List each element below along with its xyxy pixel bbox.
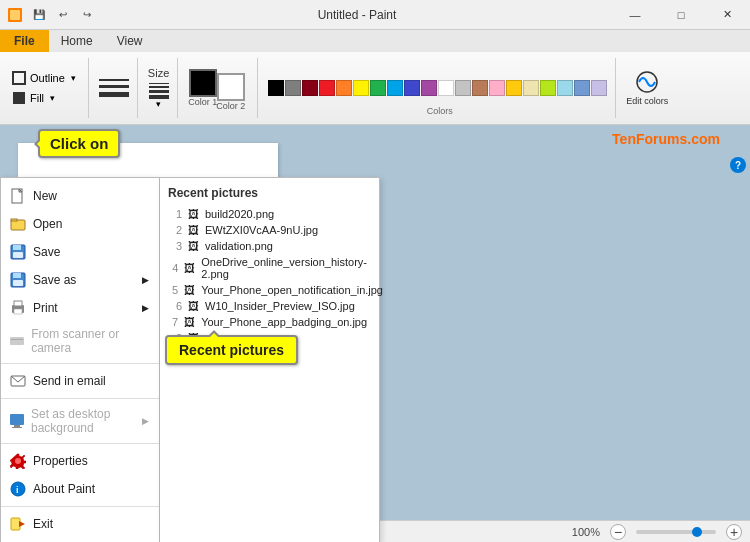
- menu-item-desktop-bg: Set as desktop background ▶: [1, 402, 159, 440]
- quick-access-toolbar: 💾 ↩ ↪: [0, 4, 102, 26]
- menu-item-save-label: Save: [33, 245, 60, 259]
- menu-item-new-label: New: [33, 189, 57, 203]
- recent-picture-item[interactable]: 6 🖼 W10_Insider_Preview_ISO.jpg: [168, 298, 371, 314]
- properties-icon: [9, 452, 27, 470]
- menu-item-about-label: About Paint: [33, 482, 95, 496]
- color-swatch[interactable]: [268, 80, 284, 96]
- color2-box[interactable]: [217, 73, 245, 101]
- watermark: TenForums.com: [612, 131, 720, 147]
- menu-item-exit[interactable]: Exit: [1, 510, 159, 538]
- line-style-1[interactable]: [99, 79, 129, 81]
- svg-rect-1: [10, 10, 20, 20]
- recent-picture-item[interactable]: 5 🖼 Your_Phone_open_notification_in.jpg: [168, 282, 371, 298]
- recent-pictures-title: Recent pictures: [168, 186, 371, 200]
- menu-item-scanner-label: From scanner or camera: [31, 327, 149, 355]
- window-controls: — □ ✕: [612, 0, 750, 29]
- menu-item-properties-label: Properties: [33, 454, 88, 468]
- color-swatch[interactable]: [557, 80, 573, 96]
- recent-picture-item[interactable]: 4 🖼 OneDrive_online_version_history-2.pn…: [168, 254, 371, 282]
- home-tab[interactable]: Home: [49, 30, 105, 52]
- help-button[interactable]: ?: [730, 157, 746, 173]
- line-style-3[interactable]: [99, 92, 129, 97]
- colors-label: Colors: [427, 106, 453, 116]
- color-swatch[interactable]: [285, 80, 301, 96]
- svg-marker-27: [19, 521, 25, 527]
- save-qat-button[interactable]: 💾: [28, 4, 50, 26]
- color-swatch[interactable]: [404, 80, 420, 96]
- email-icon: [9, 372, 27, 390]
- scanner-icon: [9, 332, 25, 350]
- color1-box[interactable]: [189, 69, 217, 97]
- color-swatch[interactable]: [387, 80, 403, 96]
- recent-picture-item[interactable]: 2 🖼 EWtZXI0VcAA-9nU.jpg: [168, 222, 371, 238]
- menu-item-print-label: Print: [33, 301, 58, 315]
- menu-item-scanner: From scanner or camera: [1, 322, 159, 360]
- recent-picture-item[interactable]: 7 🖼 Your_Phone_app_badging_on.jpg: [168, 314, 371, 330]
- zoom-percent: 100%: [572, 526, 600, 538]
- color-swatch[interactable]: [302, 80, 318, 96]
- color-swatch[interactable]: [421, 80, 437, 96]
- color-swatch[interactable]: [438, 80, 454, 96]
- size-selector[interactable]: [149, 83, 169, 99]
- zoom-thumb: [692, 527, 702, 537]
- color-swatch[interactable]: [370, 80, 386, 96]
- file-icon: 🖼: [188, 224, 199, 236]
- line-style-2[interactable]: [99, 85, 129, 88]
- recent-picture-item[interactable]: 3 🖼 validation.png: [168, 238, 371, 254]
- zoom-slider[interactable]: [636, 530, 716, 534]
- recent-picture-item[interactable]: 1 🖼 build2020.png: [168, 206, 371, 222]
- file-tab[interactable]: File: [0, 30, 49, 52]
- color-swatch[interactable]: [574, 80, 590, 96]
- menu-item-open[interactable]: Open: [1, 210, 159, 238]
- watermark-com: .com: [687, 131, 720, 147]
- print-icon: [9, 299, 27, 317]
- title-bar: 💾 ↩ ↪ Untitled - Paint — □ ✕: [0, 0, 750, 30]
- redo-qat-button[interactable]: ↪: [76, 4, 98, 26]
- color1-label: Color 1: [188, 97, 217, 107]
- undo-qat-button[interactable]: ↩: [52, 4, 74, 26]
- color-swatch[interactable]: [591, 80, 607, 96]
- zoom-out-button[interactable]: −: [610, 524, 626, 540]
- color-swatch[interactable]: [336, 80, 352, 96]
- svg-rect-15: [14, 301, 22, 306]
- desktop-icon: [9, 412, 25, 430]
- fill-button[interactable]: Fill ▾: [8, 89, 80, 107]
- separator-4: [1, 506, 159, 507]
- color-swatch[interactable]: [455, 80, 471, 96]
- menu-item-send-email[interactable]: Send in email: [1, 367, 159, 395]
- menu-item-save-as[interactable]: Save as ▶: [1, 266, 159, 294]
- svg-rect-12: [13, 273, 21, 278]
- svg-rect-26: [11, 518, 20, 530]
- menu-item-save[interactable]: Save: [1, 238, 159, 266]
- color-swatch[interactable]: [319, 80, 335, 96]
- save-as-arrow: ▶: [142, 275, 149, 285]
- view-tab[interactable]: View: [105, 30, 155, 52]
- menu-item-new[interactable]: New: [1, 182, 159, 210]
- color-swatch[interactable]: [523, 80, 539, 96]
- menu-item-about[interactable]: i About Paint: [1, 475, 159, 503]
- svg-rect-13: [13, 280, 23, 286]
- separator-1: [1, 363, 159, 364]
- color-swatch[interactable]: [489, 80, 505, 96]
- outline-button[interactable]: Outline ▾: [8, 69, 80, 87]
- svg-rect-10: [13, 252, 23, 258]
- file-menu: New Open Save: [0, 177, 160, 542]
- ribbon: Outline ▾ Fill ▾ Size: [0, 52, 750, 124]
- menu-item-print[interactable]: Print ▶: [1, 294, 159, 322]
- minimize-button[interactable]: —: [612, 0, 658, 29]
- color-swatch[interactable]: [353, 80, 369, 96]
- edit-colors-button[interactable]: Edit colors: [622, 68, 670, 108]
- separator-2: [1, 398, 159, 399]
- color-swatch[interactable]: [472, 80, 488, 96]
- color-swatch[interactable]: [506, 80, 522, 96]
- size-label: Size: [148, 67, 169, 79]
- desktop-arrow: ▶: [142, 416, 149, 426]
- close-button[interactable]: ✕: [704, 0, 750, 29]
- color-swatch[interactable]: [540, 80, 556, 96]
- save-icon: [9, 243, 27, 261]
- maximize-button[interactable]: □: [658, 0, 704, 29]
- menu-item-open-label: Open: [33, 217, 62, 231]
- menu-item-properties[interactable]: Properties: [1, 447, 159, 475]
- zoom-in-button[interactable]: +: [726, 524, 742, 540]
- svg-rect-3: [13, 92, 25, 104]
